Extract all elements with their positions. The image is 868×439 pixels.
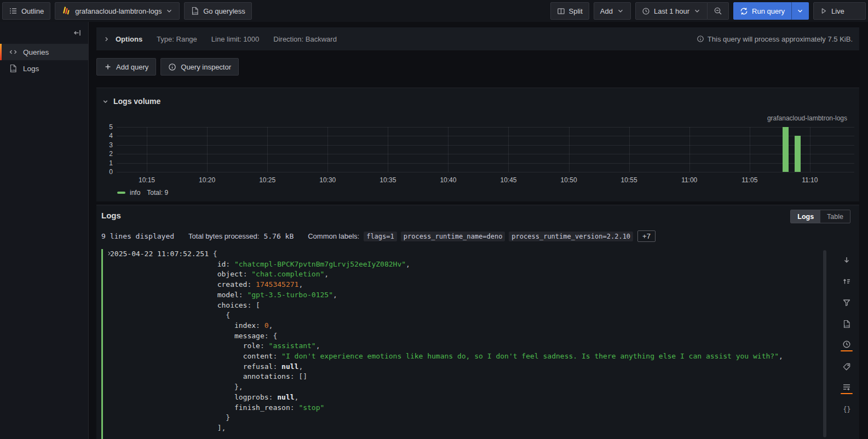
chart-legend[interactable]: info Total: 9 [117, 189, 168, 197]
logs-table-toggle: Logs Table [790, 210, 850, 223]
grid-line-v [207, 127, 208, 172]
grid-line-v [629, 127, 630, 172]
live-button[interactable]: Live [813, 2, 866, 20]
logs-meta-row: 9 lines displayed Total bytes processed:… [101, 230, 656, 242]
chevron-down-icon [617, 7, 624, 15]
log-json-body: id: "chatcmpl-BPCK7pvtnBm7gLrvj52eeIyZ08… [110, 259, 818, 434]
run-query-mode-dropdown[interactable] [791, 2, 809, 20]
split-label: Split [569, 7, 583, 15]
wrap-text-icon [842, 383, 851, 391]
log-json-line: index: 0, [110, 321, 818, 331]
collapse-sidebar-button[interactable] [71, 26, 84, 39]
active-indicator [841, 393, 853, 394]
datasource-picker[interactable]: grafanacloud-lambtron-logs [55, 2, 180, 20]
common-labels: Common labels: flags=1process_runtime_na… [308, 230, 656, 242]
grid-line-v [267, 127, 268, 172]
logs-controls-rail: LOG {} [839, 252, 854, 417]
logs-title: Logs [101, 211, 121, 220]
wrap-lines-button[interactable] [839, 380, 854, 396]
grid-line-h [117, 127, 854, 128]
chevron-down-icon [165, 7, 173, 15]
split-panes-icon [557, 7, 565, 15]
log-file-icon: LOG [842, 320, 851, 328]
label-chip: process_runtime_version=2.2.10 [509, 232, 633, 241]
log-timestamp: 2025-04-22 11:07:52.251 [110, 250, 209, 258]
prettify-json-button[interactable]: {} [839, 402, 854, 417]
logs-scrollbar[interactable] [823, 250, 826, 437]
unique-labels-button[interactable] [839, 359, 854, 374]
grid-line-v [508, 127, 509, 172]
scroll-to-bottom-button[interactable] [839, 252, 854, 268]
live-label: Live [831, 7, 844, 15]
toggle-table[interactable]: Table [820, 210, 850, 223]
sort-order-button[interactable] [839, 274, 854, 289]
run-query-label: Run query [752, 7, 785, 15]
option-direction: Direction: Backward [273, 35, 337, 43]
dedup-logs-button[interactable]: LOG [839, 316, 854, 332]
query-options-bar: Options Type: Range Line limit: 1000 Dir… [96, 27, 859, 50]
log-json-line: role: "assistant", [110, 341, 818, 351]
filter-button[interactable] [839, 295, 854, 310]
run-query-group: Run query [733, 2, 809, 20]
add-query-button[interactable]: Add query [96, 58, 156, 76]
legend-swatch-info [117, 192, 125, 194]
logs-panel: Logs Logs Table 9 lines displayed Total … [96, 205, 859, 439]
add-dropdown[interactable]: Add [594, 2, 631, 20]
time-range-picker[interactable]: Last 1 hour [635, 2, 708, 20]
sync-icon [740, 7, 748, 15]
x-axis-tick: 10:25 [252, 176, 283, 184]
arrow-to-left-icon [73, 28, 82, 37]
outline-button[interactable]: Outline [2, 2, 50, 20]
more-labels-button[interactable]: +7 [637, 230, 656, 242]
x-axis-tick: 10:35 [372, 176, 403, 184]
add-label: Add [600, 7, 613, 15]
volume-bar[interactable] [783, 127, 789, 172]
grid-line-v [750, 127, 750, 172]
expand-chevron-icon[interactable] [106, 251, 112, 256]
explore-sidebar: Queries LOG Logs [0, 22, 89, 439]
log-row[interactable]: 2025-04-22 11:07:52.251 { id: "chatcmpl-… [101, 249, 818, 439]
query-actions-row: Add query Query inspector [96, 58, 239, 76]
grid-line-h [117, 145, 854, 146]
y-axis-tick: 0 [96, 167, 113, 176]
query-inspector-button[interactable]: Query inspector [160, 58, 239, 76]
label-chip: flags=1 [364, 232, 397, 241]
query-inspector-label: Query inspector [181, 63, 231, 71]
volume-bar[interactable] [795, 136, 801, 172]
y-axis-tick: 4 [96, 131, 113, 140]
split-button[interactable]: Split [550, 2, 589, 20]
play-icon [820, 7, 827, 15]
sidebar-item-label: Queries [23, 48, 49, 56]
go-queryless-button[interactable]: LOG Go queryless [184, 2, 252, 20]
log-open-brace: { [209, 250, 217, 258]
options-expander[interactable]: Options [103, 35, 142, 43]
run-query-button[interactable]: Run query [733, 2, 791, 20]
zoom-out-icon [714, 7, 722, 15]
toggle-logs[interactable]: Logs [791, 210, 820, 223]
svg-text:LOG: LOG [193, 11, 198, 14]
clock-icon [642, 7, 650, 15]
log-json-line: created: 1745345271, [110, 280, 818, 290]
time-range-label: Last 1 hour [654, 7, 689, 15]
funnel-icon [842, 298, 851, 307]
bytes-processed: Total bytes processed: 5.76 kB [188, 232, 294, 240]
grid-line-h [117, 172, 854, 172]
grid-line-v [327, 127, 328, 172]
label-chip: process_runtime_name=deno [401, 232, 505, 241]
loki-logo-icon [61, 6, 71, 16]
show-time-button[interactable] [839, 338, 854, 353]
zoom-out-time-button[interactable] [708, 2, 729, 20]
sidebar-item-logs[interactable]: LOG Logs [0, 60, 88, 77]
log-file-icon: LOG [9, 64, 18, 73]
query-size-estimate: This query will process approximately 7.… [697, 35, 853, 43]
logs-volume-title: Logs volume [113, 97, 160, 106]
logs-volume-collapse[interactable]: Logs volume [102, 97, 160, 106]
braces-icon: {} [842, 405, 851, 414]
log-json-line: }, [110, 382, 818, 392]
grid-line-h [117, 163, 854, 164]
estimate-text: This query will process approximately 7.… [708, 35, 853, 43]
plus-icon [104, 63, 112, 71]
sidebar-item-queries[interactable]: Queries [0, 44, 88, 60]
code-brackets-icon [9, 48, 18, 56]
legend-series-name: info [130, 189, 140, 197]
